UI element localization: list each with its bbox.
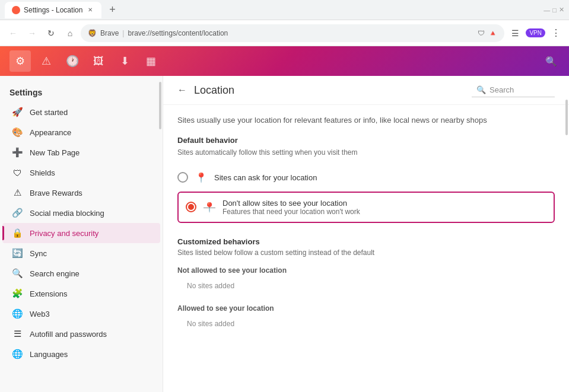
toolbar: ⚙ ⚠ 🕐 🖼 ⬇ ▦ 🔍 [0,46,569,76]
sidebar-item-privacy-and-security[interactable]: 🔒 Privacy and security [2,223,160,243]
web3-icon: 🌐 [12,308,23,319]
block-sublabel: Features that need your location won't w… [222,208,360,216]
default-behavior-desc: Sites automatically follow this setting … [177,148,555,157]
new-tab-page-icon: ➕ [12,147,23,158]
default-behavior-label: Default behavior [177,136,555,145]
location-block-option[interactable]: 📍 Don't allow sites to see your location… [177,192,555,223]
sidebar-item-label: Extensions [30,289,68,298]
sidebar-item-sync[interactable]: 🔄 Sync [2,243,160,263]
sidebar-item-shields[interactable]: 🛡 Shields [2,162,160,183]
sidebar-title: Settings [0,81,163,102]
allowed-empty: No sites added [177,315,555,333]
sidebar-item-label: Search engine [30,269,80,278]
sidebar-item-languages[interactable]: 🌐 Languages [2,344,160,364]
sidebar-scrollbar[interactable] [159,82,161,129]
sidebar-item-label: Brave Rewards [30,189,82,197]
content-area: ← Location 🔍 Search Sites usually use yo… [163,76,569,392]
location-description: Sites usually use your location for rele… [177,114,555,126]
menu-button[interactable]: ⋮ [548,25,564,42]
main-layout: Settings 🚀 Get started 🎨 Appearance ➕ Ne… [0,76,569,392]
block-radio-inner [188,204,194,210]
content-back-button[interactable]: ← [177,85,187,95]
sidebar-item-label: Shields [30,168,55,177]
toolbar-wallet-icon[interactable]: ▦ [140,50,161,72]
sidebar-toggle[interactable]: ☰ [507,25,523,42]
not-allowed-empty: No sites added [177,277,555,295]
content-header: ← Location 🔍 Search [163,76,569,105]
sidebar-item-brave-rewards[interactable]: ⚠ Brave Rewards [2,183,160,203]
new-tab-button[interactable]: + [104,2,120,18]
content-title: Location [194,84,465,97]
content-body: Sites usually use your location for rele… [163,105,569,342]
vpn-button[interactable]: VPN [526,28,545,37]
appearance-icon: 🎨 [12,127,23,138]
sidebar-item-get-started[interactable]: 🚀 Get started [2,102,160,122]
allowed-label: Allowed to see your location [177,304,555,313]
shields-icon: 🛡 [12,167,23,178]
ask-label: Sites can ask for your location [214,173,317,182]
sidebar-item-label: Get started [30,108,68,117]
not-allowed-section: Not allowed to see your location No site… [177,266,555,295]
close-icon[interactable]: ✕ [559,6,564,14]
brave-icon[interactable]: 🔺 [488,29,497,37]
sidebar-item-label: Languages [30,350,68,359]
sidebar-item-autofill-passwords[interactable]: ☰ Autofill and passwords [2,324,160,344]
search-box[interactable]: 🔍 Search [472,83,555,97]
ask-radio[interactable] [177,172,188,183]
toolbar-shield-icon[interactable]: ⚠ [36,50,57,72]
shield-icon: 🦁 [88,29,97,37]
sync-icon: 🔄 [12,248,23,259]
sidebar-item-extensions[interactable]: 🧩 Extensions [2,283,160,304]
address-bar[interactable]: 🦁 Brave | brave://settings/content/locat… [81,24,504,42]
sidebar-item-label: Web3 [30,310,50,318]
search-icon: 🔍 [476,85,486,94]
customized-section: Customized behaviors Sites listed below … [177,237,555,333]
home-button[interactable]: ⌂ [62,25,78,42]
search-engine-icon: 🔍 [12,268,23,279]
sidebar-item-new-tab-page[interactable]: ➕ New Tab Page [2,142,160,162]
languages-icon: 🌐 [12,349,23,359]
shield-badge-icon[interactable]: 🛡 [478,29,485,37]
toolbar-search-icon[interactable]: 🔍 [543,53,560,69]
location-block-icon: 📍 [204,202,215,213]
sidebar-item-label: Sync [30,249,47,258]
customized-label: Customized behaviors [177,237,555,246]
toolbar-image-icon[interactable]: 🖼 [88,50,109,72]
toolbar-settings-icon[interactable]: ⚙ [9,50,31,72]
forward-button[interactable]: → [24,25,40,42]
sidebar-item-social-media-blocking[interactable]: 🔗 Social media blocking [2,203,160,223]
social-media-blocking-icon: 🔗 [12,208,23,218]
sidebar: Settings 🚀 Get started 🎨 Appearance ➕ Ne… [0,76,163,392]
sidebar-item-label: Privacy and security [30,229,98,238]
maximize-icon[interactable]: □ [552,7,557,14]
url-display: brave://settings/content/location [128,29,228,37]
sidebar-item-appearance[interactable]: 🎨 Appearance [2,122,160,142]
tab-title: Settings - Location [24,6,82,14]
get-started-icon: 🚀 [12,107,23,117]
active-tab[interactable]: Settings - Location ✕ [5,2,101,18]
tab-close-button[interactable]: ✕ [86,6,94,14]
block-label: Don't allow sites to see your location [222,199,360,208]
window-controls: — □ ✕ [543,6,564,14]
sidebar-item-label: Social media blocking [30,209,104,218]
sidebar-item-web3[interactable]: 🌐 Web3 [2,304,160,324]
minimize-icon[interactable]: — [543,7,550,14]
back-button[interactable]: ← [5,25,21,42]
sidebar-item-search-engine[interactable]: 🔍 Search engine [2,263,160,283]
titlebar: Settings - Location ✕ + — □ ✕ [0,0,569,20]
content-scrollbar[interactable] [565,100,568,135]
sidebar-item-label: Autofill and passwords [30,330,107,339]
search-input[interactable]: Search [489,85,514,94]
sidebar-item-label: Appearance [30,128,71,137]
address-bar-icons: 🛡 🔺 [478,29,497,37]
toolbar-history-icon[interactable]: 🕐 [62,50,83,72]
privacy-security-icon: 🔒 [12,228,23,238]
block-radio[interactable] [186,202,196,212]
not-allowed-label: Not allowed to see your location [177,266,555,275]
location-ask-option[interactable]: 📍 Sites can ask for your location [177,166,555,189]
brave-rewards-icon: ⚠ [12,187,23,198]
toolbar-download-icon[interactable]: ⬇ [114,50,135,72]
reload-button[interactable]: ↻ [43,25,59,42]
location-ask-icon: 📍 [195,172,207,183]
site-name: Brave [100,29,119,37]
